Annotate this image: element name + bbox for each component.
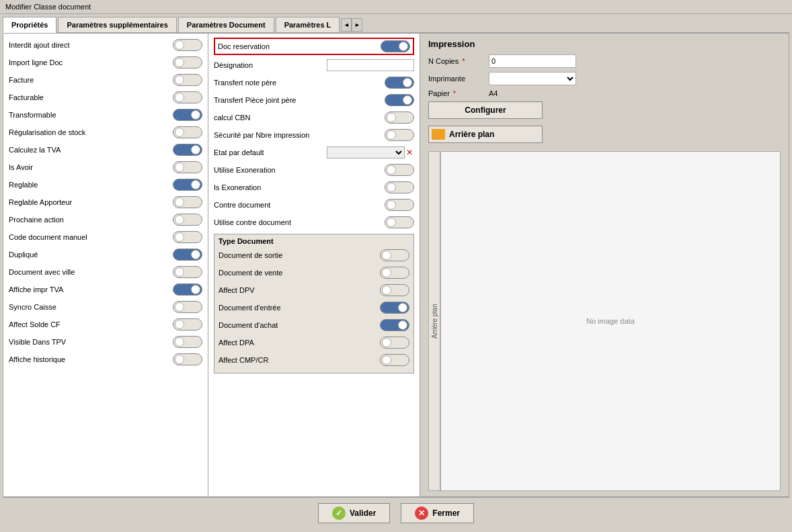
prop-row: Reglable <box>9 177 202 192</box>
tab-proprietes[interactable]: Propriétés <box>3 17 56 33</box>
prop-toggle-2[interactable] <box>173 74 202 86</box>
param-toggle-7[interactable] <box>385 199 414 211</box>
prop-toggle-17[interactable] <box>173 336 202 348</box>
param-row: calcul CBN <box>214 110 414 125</box>
designation-row: Désignation <box>214 58 414 73</box>
type-document-section: Type Document Document de sortie Documen… <box>214 234 414 373</box>
param-label-3: Sécurité par Nbre impression <box>214 131 385 139</box>
type-doc-toggle-1[interactable] <box>380 267 409 279</box>
tab-nav-right[interactable]: ► <box>352 18 362 32</box>
imprimante-row: Imprimante <box>428 72 781 85</box>
prop-toggle-5[interactable] <box>173 126 202 138</box>
param-toggle-0[interactable] <box>385 77 414 89</box>
arriere-plan-vertical-label: Arrière plan <box>428 151 440 491</box>
prop-toggle-9[interactable] <box>173 196 202 208</box>
prop-label-15: Syncro Caisse <box>9 303 173 311</box>
type-doc-toggle-6[interactable] <box>380 354 409 366</box>
param-toggle-1[interactable] <box>385 94 414 106</box>
prop-toggle-18[interactable] <box>173 353 202 365</box>
prop-toggle-3[interactable] <box>173 91 202 103</box>
doc-reservation-toggle[interactable] <box>381 40 410 52</box>
type-doc-toggle-2[interactable] <box>380 284 409 296</box>
param-row: Sécurité par Nbre impression <box>214 128 414 142</box>
prop-row: Affect Solde CF <box>9 317 202 332</box>
impression-title: Impression <box>428 39 781 49</box>
tab-parametres-l[interactable]: Paramètres L <box>276 17 340 32</box>
type-doc-row: Affect DPA <box>219 335 409 350</box>
prop-toggle-7[interactable] <box>173 161 202 173</box>
param-toggle-2[interactable] <box>385 112 414 124</box>
title-text: Modifier Classe document <box>5 3 91 11</box>
prop-toggle-10[interactable] <box>173 214 202 226</box>
param-row: Contre document <box>214 197 414 212</box>
param-toggle-8[interactable] <box>385 216 414 228</box>
papier-value: A4 <box>489 89 498 97</box>
prop-row: Facturable <box>9 90 202 105</box>
tabs-row: Propriétés Paramètres supplémentaires Pa… <box>3 17 789 33</box>
prop-label-6: Calculez la TVA <box>9 146 173 154</box>
prop-toggle-6[interactable] <box>173 144 202 156</box>
ncopies-input[interactable] <box>489 54 576 68</box>
prop-toggle-8[interactable] <box>173 179 202 191</box>
param-toggle-6[interactable] <box>385 181 414 193</box>
arriere-side-container: Arrière plan No image data <box>428 151 781 491</box>
imprimante-select[interactable] <box>489 72 576 85</box>
prop-toggle-11[interactable] <box>173 231 202 243</box>
prop-label-9: Reglable Apporteur <box>9 198 173 206</box>
prop-label-10: Prochaine action <box>9 216 173 224</box>
type-doc-label-0: Document de sortie <box>219 251 380 259</box>
valider-button[interactable]: ✓ Valider <box>318 503 390 523</box>
fermer-button[interactable]: ✕ Fermer <box>401 503 474 523</box>
type-doc-label-5: Affect DPA <box>219 339 380 347</box>
left-panel: Interdit ajout direct Import ligne Doc F… <box>3 34 208 496</box>
type-doc-toggle-0[interactable] <box>380 249 409 261</box>
prop-toggle-14[interactable] <box>173 283 202 296</box>
designation-input[interactable] <box>327 59 414 71</box>
type-doc-toggle-5[interactable] <box>380 337 409 349</box>
prop-row: Calculez la TVA <box>9 142 202 157</box>
prop-label-8: Reglable <box>9 181 173 189</box>
prop-toggle-13[interactable] <box>173 266 202 278</box>
prop-toggle-4[interactable] <box>173 109 202 121</box>
tab-nav-left[interactable]: ◄ <box>341 18 352 32</box>
doc-reservation-label: Doc reservation <box>218 42 381 50</box>
param-row: Utilise contre document <box>214 215 414 230</box>
doc-reservation-row: Doc reservation <box>214 38 414 55</box>
type-doc-toggle-3[interactable] <box>380 302 409 314</box>
tab-parametres-sup[interactable]: Paramètres supplémentaires <box>58 17 176 32</box>
type-doc-row: Affect DPV <box>219 283 409 298</box>
tab-parametres-doc[interactable]: Paramètres Document <box>178 17 274 32</box>
prop-toggle-12[interactable] <box>173 249 202 261</box>
ncopies-row: N Copies * <box>428 54 781 68</box>
main-container: Propriétés Paramètres supplémentaires Pa… <box>0 14 792 531</box>
prop-label-3: Facturable <box>9 93 173 101</box>
prop-label-17: Visible Dans TPV <box>9 338 173 346</box>
param-toggle-5[interactable] <box>385 164 414 176</box>
configurer-button[interactable]: Configurer <box>428 101 543 119</box>
prop-label-16: Affect Solde CF <box>9 320 173 328</box>
valider-icon: ✓ <box>332 506 346 520</box>
prop-toggle-0[interactable] <box>173 39 202 51</box>
papier-label: Papier * <box>428 89 489 97</box>
param-label-5: Utilise Exoneration <box>214 166 385 174</box>
param-label-1: Transfert Pièce joint père <box>214 96 385 104</box>
param-select-4[interactable] <box>327 146 405 159</box>
param-label-8: Utilise contre document <box>214 218 385 226</box>
prop-toggle-1[interactable] <box>173 56 202 69</box>
arriere-plan-button[interactable]: Arrière plan <box>428 126 543 143</box>
middle-panel: Doc reservation Désignation Transfert no… <box>208 34 420 496</box>
prop-toggle-15[interactable] <box>173 301 202 313</box>
prop-row: Is Avoir <box>9 160 202 175</box>
prop-label-2: Facture <box>9 76 173 84</box>
prop-row: Affiche historique <box>9 352 202 367</box>
prop-row: Affiche impr TVA <box>9 282 202 297</box>
clear-btn-4[interactable]: ✕ <box>405 146 414 159</box>
prop-label-5: Régularisation de stock <box>9 128 173 136</box>
designation-label: Désignation <box>214 61 327 69</box>
prop-toggle-16[interactable] <box>173 318 202 330</box>
no-image-text: No image data <box>586 317 635 325</box>
image-preview: No image data <box>440 151 781 491</box>
param-toggle-3[interactable] <box>385 129 414 141</box>
prop-row: Facture <box>9 73 202 87</box>
type-doc-toggle-4[interactable] <box>380 319 409 331</box>
